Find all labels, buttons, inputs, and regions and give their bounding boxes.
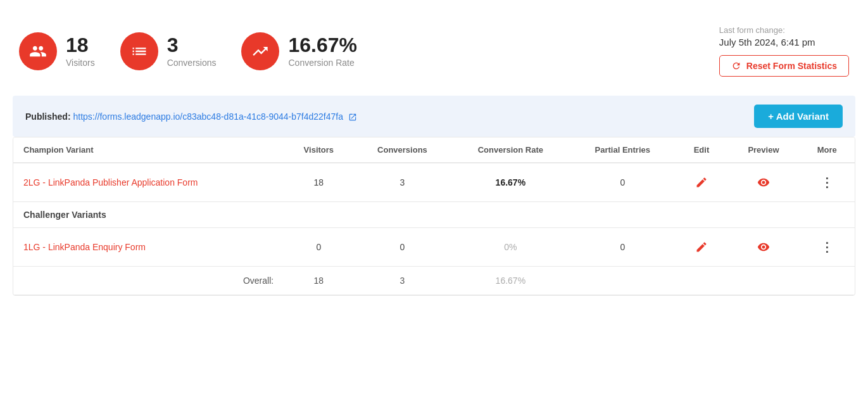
col-conversion-rate: Conversion Rate: [451, 137, 570, 163]
rate-text: 16.67% Conversion Rate: [288, 35, 357, 68]
last-change-label: Last form change:: [719, 25, 849, 35]
more-dots-icon-challenger: ⋮: [821, 239, 834, 255]
more-dots-icon: ⋮: [821, 175, 834, 190]
visitors-text: 18 Visitors: [66, 35, 95, 68]
stats-right: Last form change: July 5th 2024, 6:41 pm…: [719, 25, 849, 77]
challenger-preview-cell-0: [728, 228, 800, 267]
champion-form-link[interactable]: 2LG - LinkPanda Publisher Application Fo…: [23, 177, 198, 187]
published-prefix: Published: https://forms.leadgenapp.io/c…: [25, 111, 357, 122]
challenger-edit-button-0[interactable]: [693, 238, 710, 256]
challenger-conversions-cell-0: 0: [354, 228, 451, 267]
col-more: More: [799, 137, 855, 163]
challenger-name-cell-0: 1LG - LinkPanda Enquiry Form: [13, 228, 284, 267]
challenger-rate-cell-0: 0%: [451, 228, 570, 267]
champion-rate-cell: 16.67%: [451, 163, 570, 202]
challenger-header-row: Challenger Variants: [13, 202, 855, 228]
challenger-edit-cell-0: [675, 228, 727, 267]
conversions-label: Conversions: [167, 58, 217, 68]
last-change-date: July 5th 2024, 6:41 pm: [719, 37, 849, 48]
rate-number: 16.67%: [288, 35, 357, 55]
champion-conversions-cell: 3: [354, 163, 451, 202]
challenger-header-cell: Challenger Variants: [13, 202, 855, 228]
col-variant: Champion Variant: [13, 137, 284, 163]
table-header-row: Champion Variant Visitors Conversions Co…: [13, 137, 855, 163]
reset-button-label: Reset Form Statistics: [746, 61, 837, 71]
champion-edit-button[interactable]: [693, 174, 710, 191]
champion-more-cell: ⋮: [799, 163, 855, 202]
challenger-more-button-0[interactable]: ⋮: [818, 237, 836, 257]
col-preview: Preview: [728, 137, 800, 163]
champion-preview-button[interactable]: [755, 174, 772, 191]
visitors-icon: [19, 32, 57, 70]
variants-table: Champion Variant Visitors Conversions Co…: [13, 137, 855, 295]
external-link-icon: [348, 113, 357, 122]
overall-rate-cell: 16.67%: [451, 267, 570, 295]
overall-conversions-cell: 3: [354, 267, 451, 295]
challenger-more-cell-0: ⋮: [799, 228, 855, 267]
conversion-rate-stat: 16.67% Conversion Rate: [241, 32, 357, 70]
champion-more-button[interactable]: ⋮: [818, 172, 836, 193]
conversions-icon: [120, 32, 158, 70]
champion-edit-cell: [675, 163, 727, 202]
challenger-row-0: 1LG - LinkPanda Enquiry Form 0 0 0% 0: [13, 228, 855, 267]
champion-visitors-cell: 18: [284, 163, 353, 202]
reset-form-statistics-button[interactable]: Reset Form Statistics: [719, 55, 849, 77]
conversions-stat: 3 Conversions: [120, 32, 217, 70]
col-partial-entries: Partial Entries: [570, 137, 675, 163]
visitors-label: Visitors: [66, 58, 95, 68]
conversions-number: 3: [167, 35, 217, 55]
challenger-preview-button-0[interactable]: [755, 238, 772, 256]
stats-row: 18 Visitors 3 Conversions 16.67% Convers…: [13, 13, 855, 96]
add-variant-button[interactable]: + Add Variant: [754, 105, 843, 128]
col-conversions: Conversions: [354, 137, 451, 163]
visitors-number: 18: [66, 35, 95, 55]
challenger-form-link-0[interactable]: 1LG - LinkPanda Enquiry Form: [23, 242, 146, 252]
overall-row: Overall: 18 3 16.67%: [13, 267, 855, 295]
published-bar: Published: https://forms.leadgenapp.io/c…: [13, 96, 855, 137]
champion-preview-cell: [728, 163, 800, 202]
overall-label-cell: Overall:: [13, 267, 284, 295]
col-visitors: Visitors: [284, 137, 353, 163]
variants-table-wrapper: Champion Variant Visitors Conversions Co…: [13, 137, 855, 296]
champion-name-cell: 2LG - LinkPanda Publisher Application Fo…: [13, 163, 284, 202]
col-edit: Edit: [675, 137, 727, 163]
visitors-stat: 18 Visitors: [19, 32, 95, 70]
challenger-partial-cell-0: 0: [570, 228, 675, 267]
rate-icon: [241, 32, 279, 70]
rate-label: Conversion Rate: [288, 58, 357, 68]
champion-partial-cell: 0: [570, 163, 675, 202]
conversions-text: 3 Conversions: [167, 35, 217, 68]
challenger-visitors-cell-0: 0: [284, 228, 353, 267]
published-info: Published: https://forms.leadgenapp.io/c…: [25, 111, 357, 122]
overall-visitors-cell: 18: [284, 267, 353, 295]
published-url-link[interactable]: https://forms.leadgenapp.io/c83abc48-d81…: [73, 111, 343, 122]
champion-row: 2LG - LinkPanda Publisher Application Fo…: [13, 163, 855, 202]
